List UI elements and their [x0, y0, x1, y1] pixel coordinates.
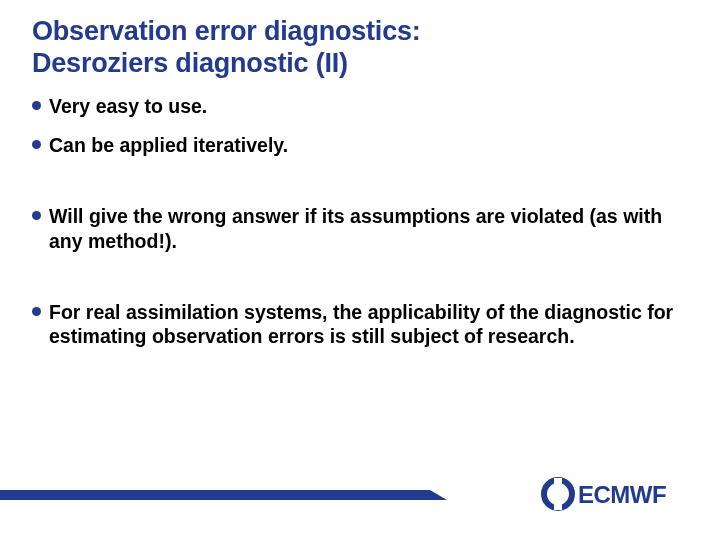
- list-item: Can be applied iteratively.: [32, 133, 680, 158]
- title-line-1: Observation error diagnostics:: [32, 16, 421, 46]
- bullet-list: Very easy to use. Can be applied iterati…: [0, 94, 720, 350]
- bullet-icon: [32, 211, 41, 220]
- list-item: For real assimilation systems, the appli…: [32, 300, 680, 350]
- bullet-icon: [32, 307, 41, 316]
- bullet-text: Very easy to use.: [49, 94, 680, 119]
- svg-point-0: [544, 480, 572, 508]
- slide-footer: NWP SAF training course 2019: Observatio…: [0, 476, 720, 514]
- logo-text: ECMWF: [578, 481, 666, 508]
- footer-bar: NWP SAF training course 2019: Observatio…: [0, 490, 430, 500]
- bullet-icon: [32, 101, 41, 110]
- svg-rect-1: [554, 478, 562, 484]
- bullet-text: Will give the wrong answer if its assump…: [49, 204, 680, 254]
- bullet-icon: [32, 140, 41, 149]
- bullet-text: Can be applied iteratively.: [49, 133, 680, 158]
- title-line-2: Desroziers diagnostic (II): [32, 48, 348, 78]
- bullet-text: For real assimilation systems, the appli…: [49, 300, 680, 350]
- list-item: Will give the wrong answer if its assump…: [32, 204, 680, 254]
- slide-title: Observation error diagnostics: Desrozier…: [0, 0, 720, 94]
- ecmwf-logo: ECMWF: [532, 476, 692, 512]
- list-item: Very easy to use.: [32, 94, 680, 119]
- footer-text: NWP SAF training course 2019: Observatio…: [36, 503, 275, 513]
- svg-rect-2: [554, 504, 562, 510]
- logo-icon: ECMWF: [532, 476, 692, 512]
